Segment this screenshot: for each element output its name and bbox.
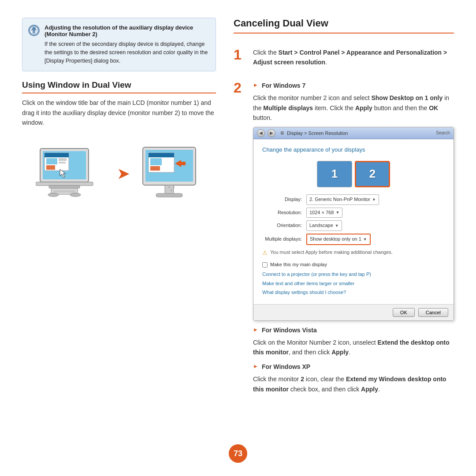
triangle-icon-xp: ► bbox=[253, 362, 258, 371]
display-monitors: 1 2 bbox=[262, 161, 445, 187]
screen-resolution-window: ◀ ▶ 🖥 Display > Screen Resolution Search… bbox=[253, 127, 454, 320]
titlebar-icon: 🖥 bbox=[280, 130, 284, 137]
main-display-label: Make this my main display bbox=[270, 261, 327, 269]
monitor1-thumb[interactable]: 1 bbox=[317, 161, 352, 187]
windows7-body: Click the monitor number 2 icon and sele… bbox=[253, 93, 454, 123]
multiple-label: Multiple displays: bbox=[262, 235, 306, 243]
warning-icon: ⚠ bbox=[262, 249, 268, 258]
resolution-dropdown-arrow: ▼ bbox=[335, 209, 339, 216]
windows-xp-heading: ► For Windows XP bbox=[253, 362, 454, 372]
step-2-content: ► For Windows 7 Click the monitor number… bbox=[253, 81, 454, 398]
display-row: Display: 2. Generic Non-PnP Monitor ▼ bbox=[262, 194, 445, 205]
step-1-row: 1 Click the Start > Control Panel > Appe… bbox=[234, 48, 454, 67]
right-column: Canceling Dual View 1 Click the Start > … bbox=[234, 18, 454, 458]
page-number: 73 bbox=[229, 444, 247, 463]
svg-point-15 bbox=[70, 193, 81, 197]
laptop-svg bbox=[36, 145, 106, 202]
ok-button[interactable]: OK bbox=[393, 308, 415, 317]
step-2-num: 2 bbox=[234, 81, 247, 95]
resolution-row: Resolution: 1024 × 768 ▼ bbox=[262, 208, 445, 218]
display-dropdown-arrow: ▼ bbox=[372, 197, 376, 203]
titlebar-text: Display > Screen Resolution bbox=[287, 130, 348, 138]
window-body: Change the appearance of your displays 1… bbox=[253, 139, 454, 304]
multiple-value[interactable]: Show desktop only on 1 ▼ bbox=[306, 234, 371, 245]
step1-bold1: Start > Control Panel > Appearance and P… bbox=[253, 49, 447, 66]
window-body-title: Change the appearance of your displays bbox=[262, 145, 445, 155]
left-section: Using Window in Dual View Click on the w… bbox=[22, 80, 216, 127]
xp-body: Click the monitor 2 icon, clear the Exte… bbox=[253, 374, 454, 394]
svg-rect-21 bbox=[150, 158, 162, 165]
resolution-label: Resolution: bbox=[262, 209, 306, 217]
svg-rect-11 bbox=[49, 186, 80, 188]
orientation-row: Orientation: Landscape ▼ bbox=[262, 220, 445, 231]
note-box: Adjusting the resolution of the auxiliar… bbox=[22, 18, 216, 71]
windows7-section: ► For Windows 7 Click the monitor number… bbox=[253, 81, 454, 123]
svg-point-14 bbox=[48, 193, 59, 197]
svg-rect-8 bbox=[59, 162, 66, 164]
svg-point-28 bbox=[171, 190, 172, 191]
cancel-title: Canceling Dual View bbox=[234, 18, 454, 33]
monitor2-thumb[interactable]: 2 bbox=[355, 161, 390, 187]
svg-point-27 bbox=[173, 186, 175, 188]
window-footer: OK Cancel bbox=[253, 304, 454, 320]
left-section-title: Using Window in Dual View bbox=[22, 80, 216, 93]
link2[interactable]: Make text and other items larger or smal… bbox=[262, 280, 445, 288]
left-section-body: Click on the window title bar of the mai… bbox=[22, 98, 216, 127]
link1[interactable]: Connect to a projector (or press the key… bbox=[262, 271, 445, 279]
dual-view-illustration: ➤ bbox=[22, 141, 216, 207]
svg-rect-13 bbox=[53, 190, 75, 193]
vista-label: For Windows Vista bbox=[262, 325, 317, 335]
svg-point-26 bbox=[168, 186, 170, 188]
link3[interactable]: What display settings should I choose? bbox=[262, 289, 445, 297]
vista-body: Click on the Monitor Number 2 icon, unse… bbox=[253, 338, 454, 357]
orientation-value[interactable]: Landscape ▼ bbox=[306, 220, 342, 231]
monitor2-label: 2 bbox=[369, 165, 376, 183]
step-2-row: 2 ► For Windows 7 Click the monitor numb… bbox=[234, 81, 454, 398]
main-display-checkbox[interactable] bbox=[262, 262, 268, 268]
triangle-icon: ► bbox=[253, 81, 258, 89]
warning-text: You must select Apply before making addi… bbox=[270, 249, 393, 257]
resolution-value[interactable]: 1024 × 768 ▼ bbox=[306, 208, 342, 218]
note-body: If the screen of the secondary display d… bbox=[45, 40, 208, 65]
window-titlebar: ◀ ▶ 🖥 Display > Screen Resolution Search bbox=[253, 127, 454, 139]
svg-rect-20 bbox=[149, 153, 174, 157]
note-title: Adjusting the resolution of the auxiliar… bbox=[45, 24, 208, 37]
step-1-content: Click the Start > Control Panel > Appear… bbox=[253, 48, 454, 67]
warning-row: ⚠ You must select Apply before making ad… bbox=[262, 249, 445, 258]
windows-vista-section: ► For Windows Vista Click on the Monitor… bbox=[253, 325, 454, 357]
windows-vista-heading: ► For Windows Vista bbox=[253, 325, 454, 335]
svg-rect-4 bbox=[45, 153, 69, 157]
svg-rect-6 bbox=[46, 165, 55, 170]
desktop-monitor-svg bbox=[141, 145, 202, 202]
monitor1-label: 1 bbox=[331, 165, 338, 183]
display-label: Display: bbox=[262, 196, 306, 204]
search-label: Search bbox=[436, 130, 450, 137]
forward-btn[interactable]: ▶ bbox=[268, 129, 275, 137]
multiple-dropdown-arrow: ▼ bbox=[363, 236, 367, 242]
svg-rect-22 bbox=[150, 166, 160, 171]
step-1-num: 1 bbox=[234, 48, 247, 62]
back-btn[interactable]: ◀ bbox=[257, 129, 265, 137]
note-icon bbox=[28, 24, 40, 37]
triangle-icon-vista: ► bbox=[253, 326, 258, 334]
svg-rect-25 bbox=[156, 193, 182, 197]
svg-rect-7 bbox=[59, 158, 67, 161]
orientation-label: Orientation: bbox=[262, 222, 306, 230]
windows7-label: For Windows 7 bbox=[262, 81, 305, 90]
windows7-heading: ► For Windows 7 bbox=[253, 81, 454, 90]
display-value[interactable]: 2. Generic Non-PnP Monitor ▼ bbox=[306, 194, 379, 205]
cancel-button[interactable]: Cancel bbox=[418, 308, 448, 317]
main-display-row: Make this my main display bbox=[262, 261, 445, 269]
orientation-dropdown-arrow: ▼ bbox=[335, 223, 339, 229]
left-column: Adjusting the resolution of the auxiliar… bbox=[22, 18, 216, 458]
xp-label: For Windows XP bbox=[262, 362, 310, 372]
multiple-displays-row: Multiple displays: Show desktop only on … bbox=[262, 234, 445, 245]
arrow-icon: ➤ bbox=[117, 166, 130, 182]
windows-xp-section: ► For Windows XP Click the monitor 2 ico… bbox=[253, 362, 454, 394]
svg-rect-5 bbox=[46, 158, 57, 164]
svg-rect-10 bbox=[36, 182, 93, 186]
